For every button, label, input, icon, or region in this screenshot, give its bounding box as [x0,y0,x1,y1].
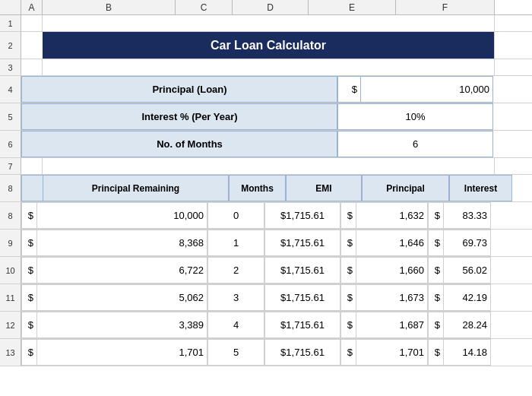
cell-pr-dollar-3: $ [21,284,36,311]
cell-p-val-4: 1,687 [356,312,428,338]
cell-emi-1: $1,715.61 [264,230,340,256]
cell-emi-4: $1,715.61 [264,312,340,338]
row-4: 4 Principal (Loan) $ 10,000 [0,76,532,103]
cell-1a [21,15,43,31]
months-label: No. of Months [43,131,337,157]
th-principal-remaining: Principal Remaining [43,175,229,201]
table-row-1: 9 $ 8,368 1 $1,715.61 $ 1,646 $ 69.73 [0,230,532,257]
row-1: 1 [0,15,532,32]
grid: 1 2 Car Loan Calculator 3 4 Principal (L… [0,15,532,396]
row-num-11: 11 [0,284,21,311]
cell-p-val-0: 1,632 [356,202,428,229]
cell-7b-f [43,158,495,174]
interest-value: 10% [337,103,493,130]
cell-p-dollar-3: $ [340,284,356,311]
cell-month-0: 0 [207,202,264,229]
row-num-3: 3 [0,59,21,75]
row-num-12: 12 [0,312,21,338]
cell-pr-val-4: 3,389 [36,312,207,338]
cell-3b-f [43,59,495,75]
cell-p-dollar-5: $ [340,339,356,366]
cell-i-val-0: 83.33 [443,202,491,229]
cell-i-val-3: 42.19 [443,284,491,311]
row-7: 7 [0,158,532,175]
cell-pr-dollar-4: $ [21,312,36,338]
cell-p-dollar-4: $ [340,312,356,338]
cell-pr-val-2: 6,722 [36,257,207,284]
row-num-1: 1 [0,15,21,31]
row-num-5: 5 [0,103,21,130]
cell-p-val-2: 1,660 [356,257,428,284]
row-num-corner [0,0,21,14]
cell-pr-dollar-0: $ [21,202,36,229]
spreadsheet: A B C D E F 1 2 Car Loan Calculator 3 4 [0,0,532,396]
cell-7a [21,158,43,174]
col-header-f: F [396,0,495,14]
principal-value: 10,000 [360,76,493,103]
table-row-2: 10 $ 6,722 2 $1,715.61 $ 1,660 $ 56.02 [0,257,532,284]
cell-5a [21,103,43,130]
row-6: 6 No. of Months 6 [0,131,532,158]
row-2: 2 Car Loan Calculator [0,32,532,59]
cell-i-dollar-4: $ [428,312,443,338]
cell-6a [21,131,43,157]
cell-i-val-1: 69.73 [443,230,491,256]
table-row-4: 12 $ 3,389 4 $1,715.61 $ 1,687 $ 28.24 [0,312,532,339]
row-num-10: 10 [0,257,21,284]
row-num-13: 13 [0,339,21,366]
cell-month-5: 5 [207,339,264,366]
cell-i-dollar-5: $ [428,339,443,366]
cell-p-val-5: 1,701 [356,339,428,366]
col-header-a: A [21,0,43,14]
table-row-5: 13 $ 1,701 5 $1,715.61 $ 1,701 $ 14.18 [0,339,532,366]
column-headers: A B C D E F [0,0,532,15]
col-header-b: B [43,0,176,14]
cell-1b-f [43,15,495,31]
cell-4a [21,76,43,103]
row-num-6: 6 [0,131,21,157]
cell-p-dollar-1: $ [340,230,356,256]
row-5: 5 Interest % (Per Year) 10% [0,103,532,131]
cell-month-4: 4 [207,312,264,338]
cell-i-dollar-3: $ [428,284,443,311]
col-header-d: D [233,0,309,14]
principal-label: Principal (Loan) [43,76,337,103]
cell-pr-dollar-2: $ [21,257,36,284]
cell-emi-3: $1,715.61 [264,284,340,311]
cell-i-val-4: 28.24 [443,312,491,338]
table-row-0: 8 $ 10,000 0 $1,715.61 $ 1,632 $ 83.33 [0,202,532,230]
cell-i-val-2: 56.02 [443,257,491,284]
cell-month-2: 2 [207,257,264,284]
row-num-2: 2 [0,32,21,59]
cell-2a [21,32,43,59]
cell-p-val-3: 1,673 [356,284,428,311]
th-principal: Principal [362,175,449,201]
cell-i-dollar-0: $ [428,202,443,229]
cell-pr-val-3: 5,062 [36,284,207,311]
cell-pr-val-5: 1,701 [36,339,207,366]
cell-p-val-1: 1,646 [356,230,428,256]
row-3: 3 [0,59,532,76]
cell-3a [21,59,43,75]
table-row-3: 11 $ 5,062 3 $1,715.61 $ 1,673 $ 42.19 [0,284,532,312]
cell-month-3: 3 [207,284,264,311]
cell-pr-val-1: 8,368 [36,230,207,256]
cell-pr-dollar-5: $ [21,339,36,366]
title-cell: Car Loan Calculator [43,32,495,59]
row-num-9: 9 [0,230,21,256]
cell-emi-0: $1,715.61 [264,202,340,229]
row-num-8: 8 [0,175,21,201]
months-value: 6 [337,131,493,157]
cell-pr-dollar-1: $ [21,230,36,256]
row-num-7: 7 [0,158,21,174]
cell-i-val-5: 14.18 [443,339,491,366]
row-num-8: 8 [0,202,21,229]
table-header-row: 8 Principal Remaining Months EMI Princip… [0,175,532,202]
col-header-c: C [176,0,233,14]
cell-emi-5: $1,715.61 [264,339,340,366]
cell-emi-2: $1,715.61 [264,257,340,284]
cell-i-dollar-1: $ [428,230,443,256]
th-emi: EMI [286,175,362,201]
cell-pr-val-0: 10,000 [36,202,207,229]
row-num-4: 4 [0,76,21,103]
